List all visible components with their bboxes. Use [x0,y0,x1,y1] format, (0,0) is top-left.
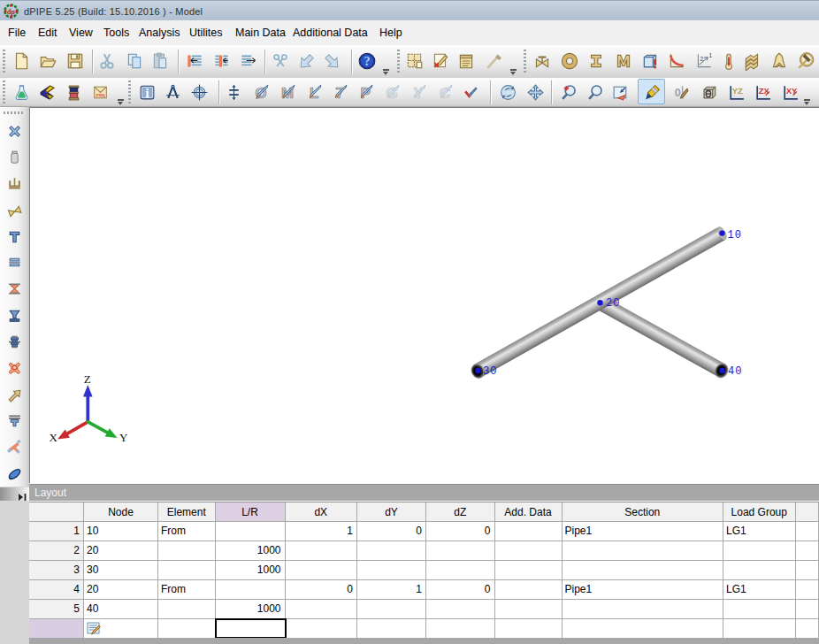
svg-text:i: i [145,85,149,99]
svg-text:30: 30 [483,365,497,378]
svg-text:20: 20 [606,297,620,310]
svg-text:PMN: PMN [96,92,104,98]
svg-text:ZX: ZX [759,86,770,96]
svg-text:40: 40 [728,365,742,378]
svg-text:dp: dp [7,8,15,16]
svg-text:Z: Z [84,372,91,386]
svg-text:XY: XY [785,86,797,96]
svg-text:X: X [50,431,58,444]
svg-text:0: 0 [674,86,680,98]
svg-text:10: 10 [728,229,742,242]
svg-text:Y: Y [119,431,128,444]
svg-text:2: 2 [700,56,704,62]
svg-text:YZ: YZ [731,86,742,96]
svg-text:1: 1 [709,52,713,58]
svg-text:?: ? [364,54,370,68]
